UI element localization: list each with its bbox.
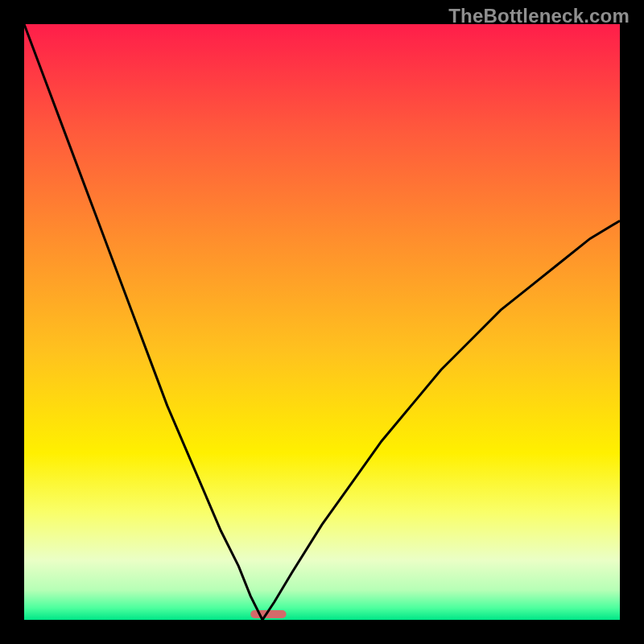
watermark-text: TheBottleneck.com <box>448 5 630 27</box>
plot-area <box>24 24 620 620</box>
outer-frame: TheBottleneck.com <box>0 0 644 644</box>
gradient-background <box>24 24 620 620</box>
chart-svg <box>24 24 620 620</box>
